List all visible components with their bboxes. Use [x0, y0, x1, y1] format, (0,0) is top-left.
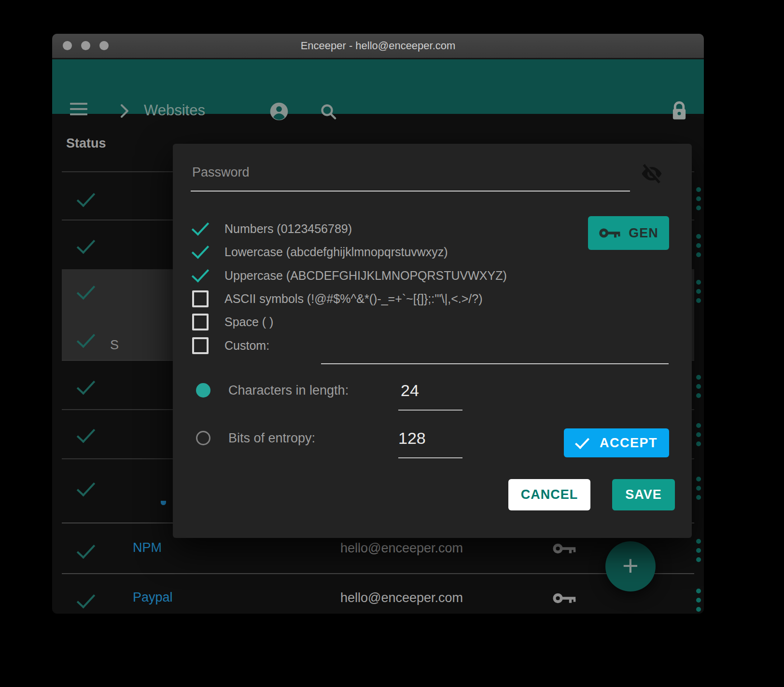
add-entry-fab[interactable]: + — [605, 541, 656, 591]
window-title: Enceeper - hello@enceeper.com — [52, 40, 704, 52]
status-check-icon — [77, 424, 95, 443]
length-value-input[interactable]: 24 — [401, 381, 419, 400]
row-menu-kebab[interactable] — [696, 477, 701, 500]
chevron-right-icon — [119, 103, 130, 119]
accept-button-label: ACCEPT — [600, 436, 658, 451]
window-titlebar[interactable]: Enceeper - hello@enceeper.com — [52, 34, 704, 59]
length-radio-option[interactable]: Characters in length: — [192, 379, 349, 401]
selected-row-partial-label: S — [110, 338, 119, 353]
account-icon[interactable] — [268, 101, 290, 122]
status-check-icon — [77, 376, 95, 395]
visibility-off-icon[interactable] — [639, 161, 664, 186]
status-check-icon — [77, 188, 95, 207]
key-icon[interactable] — [552, 591, 576, 605]
lock-icon[interactable] — [669, 100, 689, 122]
generate-button[interactable]: GEN — [588, 216, 669, 250]
row-menu-kebab[interactable] — [696, 375, 701, 398]
status-check-icon — [77, 478, 95, 496]
radio-unselected-icon — [196, 431, 210, 445]
row-menu-kebab[interactable] — [696, 423, 701, 446]
row-menu-kebab[interactable] — [696, 234, 701, 257]
status-check-icon — [77, 235, 95, 254]
password-underline — [191, 191, 630, 192]
charset-option-lowercase[interactable]: Lowercase (abcdefghijklmnopqrstuvwxyz) — [192, 241, 448, 263]
app-window: Enceeper - hello@enceeper.com Websites — [52, 34, 704, 614]
cancel-button[interactable]: CANCEL — [508, 479, 590, 510]
charset-option-custom[interactable]: Custom: — [192, 334, 269, 357]
charset-option-ascii-symbols[interactable]: ASCII symbols (!@#$%^&*()-_=+`~[{]};:'"\… — [192, 288, 483, 310]
column-header-status: Status — [66, 136, 106, 151]
plus-icon: + — [622, 551, 639, 579]
checked-icon — [192, 241, 209, 259]
custom-charset-input[interactable] — [321, 363, 669, 364]
app-toolbar: Websites — [52, 59, 704, 114]
password-generator-dialog: Password Numbers (0123456789) Lowercase … — [173, 144, 692, 538]
row-menu-kebab[interactable] — [696, 187, 701, 210]
charset-label: Space ( ) — [224, 315, 273, 329]
charset-label: Custom: — [224, 339, 269, 353]
charset-option-numbers[interactable]: Numbers (0123456789) — [192, 218, 352, 240]
checked-icon — [192, 264, 209, 282]
save-button-label: SAVE — [625, 487, 662, 502]
charset-label: ASCII symbols (!@#$%^&*()-_=+`~[{]};:'"\… — [224, 292, 483, 306]
row-menu-kebab[interactable] — [696, 589, 701, 612]
row-username: hello@enceeper.com — [340, 541, 463, 556]
length-underline — [398, 410, 462, 411]
site-link[interactable]: Paypal — [133, 590, 173, 605]
key-icon — [599, 226, 621, 240]
site-link[interactable]: NPM — [133, 540, 162, 555]
row-username: hello@enceeper.com — [340, 591, 463, 605]
checked-icon — [192, 218, 209, 235]
accept-button[interactable]: ACCEPT — [564, 428, 669, 457]
charset-option-space[interactable]: Space ( ) — [192, 311, 273, 333]
screen: Enceeper - hello@enceeper.com Websites — [0, 0, 784, 687]
unchecked-checkbox — [192, 314, 209, 330]
charset-label: Lowercase (abcdefghijklmnopqrstuvwxyz) — [224, 245, 448, 259]
unchecked-checkbox — [192, 290, 209, 307]
radio-selected-icon — [196, 383, 210, 398]
search-icon[interactable] — [319, 102, 338, 121]
charset-label: Uppercase (ABCDEFGHIJKLMNOPQRSTUVWXYZ) — [224, 269, 507, 283]
key-icon[interactable] — [552, 541, 576, 556]
status-check-icon — [77, 590, 95, 608]
password-input[interactable]: Password — [192, 165, 250, 180]
generate-button-label: GEN — [629, 226, 658, 241]
length-label: Characters in length: — [228, 383, 349, 398]
unchecked-checkbox — [192, 337, 209, 354]
charset-option-uppercase[interactable]: Uppercase (ABCDEFGHIJKLMNOPQRSTUVWXYZ) — [192, 264, 507, 287]
entropy-value-input[interactable]: 128 — [398, 429, 426, 448]
row-divider — [62, 573, 694, 574]
status-check-icon — [77, 540, 95, 559]
charset-label: Numbers (0123456789) — [224, 222, 352, 236]
entropy-underline — [398, 457, 462, 458]
entropy-radio-option[interactable]: Bits of entropy: — [192, 427, 315, 449]
save-button[interactable]: SAVE — [612, 479, 675, 510]
page-title: Websites — [144, 102, 205, 119]
row-menu-kebab[interactable] — [696, 539, 701, 562]
entropy-label: Bits of entropy: — [228, 431, 315, 446]
check-icon — [575, 434, 589, 449]
cancel-button-label: CANCEL — [521, 487, 578, 502]
hamburger-menu-icon[interactable] — [70, 103, 87, 115]
row-menu-kebab[interactable] — [696, 280, 701, 303]
partial-link-fragment — [161, 501, 166, 505]
